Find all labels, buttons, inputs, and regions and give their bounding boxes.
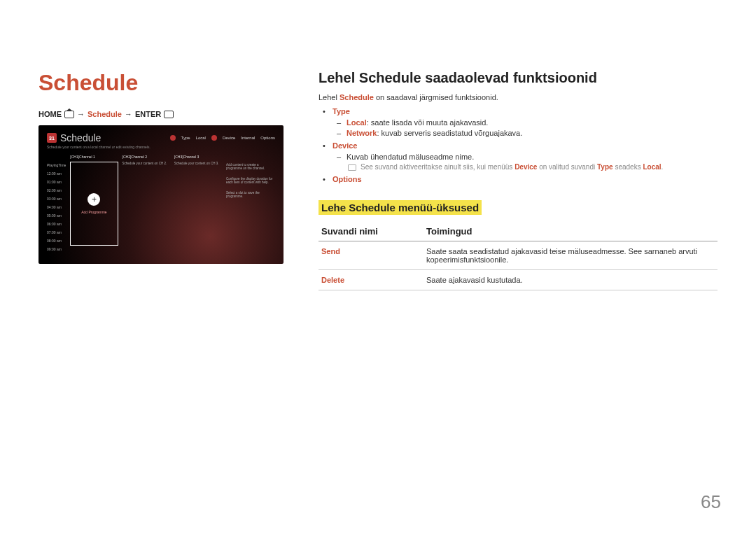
- note-part: on valitud suvandi: [537, 163, 597, 171]
- mock-device-value: Internal: [241, 136, 255, 140]
- mock-playing-time-label: PlayingTime: [47, 163, 66, 167]
- note-part: Device: [514, 163, 537, 171]
- breadcrumb: HOME → Schedule → ENTER: [38, 110, 284, 118]
- breadcrumb-arrow: →: [125, 110, 132, 118]
- intro-strong: Schedule: [340, 93, 374, 101]
- mock-time: 06:00 am: [47, 222, 66, 226]
- mock-type-label: Type: [181, 136, 190, 140]
- mock-side-note: Select a slot to save the programme.: [226, 191, 275, 198]
- breadcrumb-arrow: →: [77, 110, 85, 118]
- sub-network: Network: kuvab serveris seadistatud võrg…: [346, 129, 718, 137]
- row-name: Delete: [318, 270, 424, 290]
- options-table: Suvandi nimi Toimingud Send Saate saata …: [318, 222, 718, 290]
- device-note: See suvand aktiveeritakse ainult siis, k…: [332, 163, 718, 171]
- note-part: seadeks: [613, 163, 643, 171]
- sub-local-text: : saate lisada või muuta ajakavasid.: [367, 118, 489, 127]
- home-icon: [64, 111, 74, 118]
- table-row: Send Saate saata seadistatud ajakavasid …: [318, 241, 718, 270]
- bullet-type: Type Local: saate lisada või muuta ajaka…: [332, 107, 718, 137]
- note-part: .: [662, 163, 664, 171]
- note-part: Type: [597, 163, 613, 171]
- mock-subtitle: Schedule your content on a local channel…: [47, 145, 275, 149]
- mock-device-label: Device: [223, 136, 235, 140]
- bullet-device: Device Kuvab ühendatud mäluseadme nime. …: [332, 141, 718, 171]
- mock-time: 09:00 am: [47, 247, 66, 251]
- mock-col3-desc: Schedule your content on CH 3.: [174, 162, 222, 166]
- subsection-highlight: Lehe Schedule menüü-üksused: [318, 200, 482, 215]
- breadcrumb-schedule: Schedule: [88, 110, 122, 118]
- calendar-icon: 31: [47, 133, 57, 143]
- mock-col2-head: [CH2]Channel 2: [122, 155, 170, 159]
- type-dot-icon: [170, 135, 176, 141]
- mock-time: 01:00 am: [47, 180, 66, 184]
- sub-local-head: Local: [346, 118, 367, 127]
- mock-add-programme-slot: + Add Programme: [70, 162, 118, 246]
- mock-col1-head: [CH1]Channel 1: [70, 155, 118, 159]
- table-row: Delete Saate ajakavasid kustutada.: [318, 270, 718, 290]
- sub-network-text: : kuvab serveris seadistatud võrguajakav…: [377, 129, 522, 137]
- mock-time: 07:00 am: [47, 230, 66, 234]
- plus-icon: +: [88, 193, 100, 206]
- note-part: See suvand aktiveeritakse ainult siis, k…: [360, 163, 514, 171]
- breadcrumb-enter: ENTER: [135, 110, 161, 118]
- mock-time-column: PlayingTime 12:00 am 01:00 am 02:00 am 0…: [47, 155, 66, 251]
- mock-time: 04:00 am: [47, 205, 66, 209]
- mock-add-label: Add Programme: [81, 210, 106, 214]
- breadcrumb-home: HOME: [38, 110, 62, 118]
- row-name: Send: [318, 241, 424, 270]
- intro-text: Lehel Schedule on saadaval järgmised fun…: [318, 93, 718, 101]
- table-head-name: Suvandi nimi: [318, 222, 424, 241]
- sub-device-text: Kuvab ühendatud mäluseadme nime.: [346, 153, 718, 161]
- note-part: Local: [643, 163, 661, 171]
- intro-pre: Lehel: [318, 93, 340, 101]
- page-title: Schedule: [38, 70, 284, 96]
- intro-post: on saadaval järgmised funktsioonid.: [374, 93, 498, 101]
- mock-type-value: Local: [196, 136, 206, 140]
- mock-title: Schedule: [60, 132, 101, 143]
- mock-time: 03:00 am: [47, 197, 66, 201]
- page-number: 65: [701, 491, 721, 513]
- bullet-type-label: Type: [332, 107, 350, 115]
- sub-network-head: Network: [346, 129, 377, 137]
- section-title: Lehel Schedule saadaolevad funktsioonid: [318, 70, 718, 86]
- mock-time: 08:00 am: [47, 239, 66, 243]
- mock-side-note: Configure the display duration for each …: [226, 177, 275, 184]
- mock-options: Options: [260, 136, 275, 140]
- schedule-screenshot: 31 Schedule Type Local Device Internal O…: [38, 125, 284, 264]
- table-head-action: Toimingud: [424, 222, 718, 241]
- mock-time: 02:00 am: [47, 188, 66, 192]
- enter-icon: [164, 111, 174, 118]
- bullet-options-label: Options: [332, 175, 362, 183]
- mock-col2-desc: Schedule your content on CH 2.: [122, 162, 170, 166]
- row-action: Saate ajakavasid kustutada.: [424, 270, 718, 290]
- bullet-device-label: Device: [332, 141, 357, 150]
- mock-time: 12:00 am: [47, 171, 66, 176]
- sub-local: Local: saate lisada või muuta ajakavasid…: [346, 118, 718, 127]
- mock-time: 05:00 am: [47, 213, 66, 218]
- row-action: Saate saata seadistatud ajakavasid teise…: [424, 241, 718, 270]
- mock-side-note: Add content to create a programme on the…: [226, 163, 275, 170]
- mock-col3-head: [CH3]Channel 3: [174, 155, 222, 159]
- device-dot-icon: [211, 135, 217, 141]
- bullet-options: Options: [332, 175, 718, 183]
